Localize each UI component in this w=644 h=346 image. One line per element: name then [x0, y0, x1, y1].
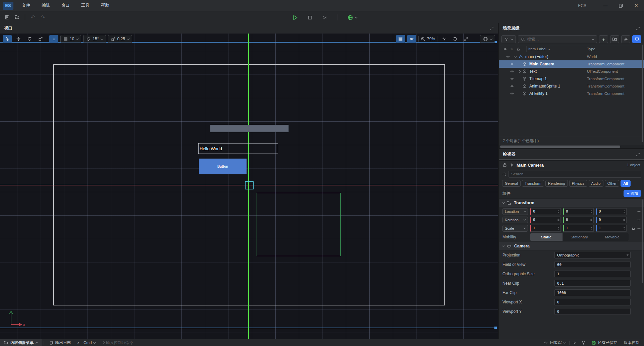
stepper-icon[interactable] — [590, 210, 592, 213]
content-drawer-button[interactable]: 内容侧滑菜单 — [0, 339, 42, 346]
viewport-expand-icon[interactable] — [490, 26, 494, 31]
reset-view-button[interactable] — [450, 35, 460, 43]
hierarchy-settings-button[interactable] — [621, 35, 630, 43]
save-button[interactable] — [2, 13, 12, 22]
rotation-dropdown[interactable]: Rotation — [502, 217, 528, 223]
grid-visibility-toggle[interactable] — [396, 35, 405, 43]
location-dropdown[interactable]: Location — [502, 208, 528, 215]
ui-panel-object[interactable] — [210, 125, 288, 132]
menu-edit[interactable]: 编辑 — [36, 0, 56, 11]
branch-button[interactable] — [579, 341, 588, 345]
gizmo-visibility-toggle[interactable] — [407, 35, 416, 43]
viewport-y-field[interactable]: 0 — [554, 308, 631, 315]
tree-row-main[interactable]: main (Editor) World — [499, 53, 644, 60]
stepper-icon[interactable] — [557, 219, 559, 221]
play-button[interactable] — [290, 13, 300, 22]
hierarchy-horizontal-scrollbar[interactable] — [499, 145, 644, 148]
filter-dropdown[interactable] — [501, 35, 516, 43]
tab-transform[interactable]: Transform — [522, 180, 544, 187]
tree-row-text[interactable]: Text UITextComponent — [499, 68, 644, 75]
lock-open-icon[interactable] — [502, 163, 507, 167]
near-clip-field[interactable]: 0.1 — [554, 280, 631, 287]
inspector-search-input[interactable]: Search... — [508, 171, 641, 178]
ui-button-object[interactable]: Button — [199, 159, 247, 174]
open-project-button[interactable] — [12, 13, 22, 22]
inspector-vertical-scrollbar[interactable] — [642, 199, 643, 283]
scale-tool-button[interactable] — [36, 35, 45, 43]
camera-section-header[interactable]: Camera — [499, 242, 644, 250]
canvas-guide-bottom[interactable] — [0, 328, 497, 328]
location-y-field[interactable]: 0 — [563, 208, 594, 215]
gear-icon[interactable] — [509, 163, 514, 167]
add-entity-button[interactable]: + — [599, 35, 608, 43]
grid-snap-dropdown[interactable]: 10 — [60, 35, 81, 43]
cmd-dropdown[interactable]: >_ Cmd — [74, 341, 99, 345]
stepper-icon[interactable] — [557, 227, 559, 230]
rotation-y-field[interactable]: 0 — [563, 217, 594, 223]
rotate-snap-dropdown[interactable]: 15° — [83, 35, 106, 43]
output-log-button[interactable]: 输出日志 — [46, 340, 74, 345]
selection-box[interactable] — [245, 181, 254, 189]
scale-y-field[interactable]: 1 — [563, 225, 594, 232]
mobility-movable-option[interactable]: Movable — [596, 233, 629, 241]
stepper-icon[interactable] — [590, 219, 592, 221]
tab-rendering[interactable]: Rendering — [545, 180, 568, 187]
select-tool-button[interactable] — [3, 35, 12, 43]
snap-toggle-button[interactable] — [49, 35, 58, 43]
add-component-button[interactable]: + 添加 — [624, 190, 641, 197]
move-tool-button[interactable] — [14, 35, 23, 43]
rotation-z-field[interactable]: 0 — [596, 217, 627, 223]
rotate-tool-button[interactable] — [25, 35, 34, 43]
scene-canvas[interactable]: 10 15° 0.25 — [0, 34, 498, 339]
fullscreen-button[interactable] — [462, 35, 471, 43]
tree-row-main-camera[interactable]: Main Camera TransformComponent — [499, 60, 644, 68]
eye-icon[interactable] — [509, 92, 515, 96]
display-mode-button[interactable] — [632, 35, 641, 43]
tab-physics[interactable]: Physics — [569, 180, 587, 187]
mobility-stationary-option[interactable]: Stationary — [563, 233, 596, 241]
stepper-icon[interactable] — [623, 210, 625, 213]
rotation-x-field[interactable]: 0 — [530, 217, 561, 223]
eye-icon[interactable] — [505, 55, 511, 59]
far-clip-field[interactable]: 1000 — [554, 289, 631, 296]
minimize-button[interactable]: — — [598, 0, 613, 11]
tab-all[interactable]: All — [621, 180, 631, 187]
hierarchy-vertical-scrollbar[interactable] — [642, 45, 643, 142]
network-status-button[interactable] — [570, 341, 579, 345]
viewport-x-field[interactable]: 0 — [554, 299, 631, 305]
guide-handle[interactable] — [494, 327, 497, 329]
step-button[interactable] — [320, 13, 330, 22]
launch-target-dropdown[interactable] — [345, 13, 360, 22]
eye-icon[interactable] — [509, 77, 515, 81]
eye-icon[interactable] — [509, 69, 515, 73]
stepper-icon[interactable] — [590, 227, 592, 230]
ui-text-object[interactable]: Hello World — [198, 143, 278, 154]
tab-audio[interactable]: Audio — [589, 180, 603, 187]
stats-button[interactable] — [439, 35, 448, 43]
item-label-column-header[interactable]: Item Label ▲ — [528, 47, 550, 51]
transform-section-header[interactable]: Transform — [499, 198, 644, 207]
chevron-right-icon[interactable] — [518, 70, 521, 73]
link-axes-icon[interactable] — [637, 226, 641, 230]
stepper-icon[interactable] — [623, 227, 625, 230]
trace-dropdown[interactable]: 回追踪 — [540, 340, 569, 345]
scale-z-field[interactable]: 1 — [596, 225, 627, 232]
eye-icon[interactable] — [509, 84, 515, 88]
scale-dropdown[interactable]: Scale — [502, 225, 528, 232]
type-column-header[interactable]: Type — [587, 47, 595, 51]
zoom-indicator[interactable]: 79% — [421, 37, 435, 41]
eye-icon[interactable] — [509, 62, 515, 66]
hierarchy-search-input[interactable]: 搜索... — [518, 35, 597, 43]
link-axes-icon[interactable] — [637, 218, 641, 222]
menu-window[interactable]: 窗口 — [56, 0, 75, 11]
menu-help[interactable]: 帮助 — [95, 0, 115, 11]
undo-button[interactable]: ↶ — [28, 13, 38, 22]
close-button[interactable]: ✕ — [629, 0, 644, 11]
viewport-mode-dropdown[interactable] — [480, 35, 495, 43]
tab-general[interactable]: General — [502, 180, 521, 187]
field-of-view-field[interactable]: 60 — [554, 261, 631, 268]
menu-file[interactable]: 文件 — [16, 0, 36, 11]
inspector-expand-icon[interactable] — [636, 153, 640, 157]
mobility-static-option[interactable]: Static — [530, 233, 563, 241]
link-axes-icon[interactable] — [637, 210, 641, 214]
